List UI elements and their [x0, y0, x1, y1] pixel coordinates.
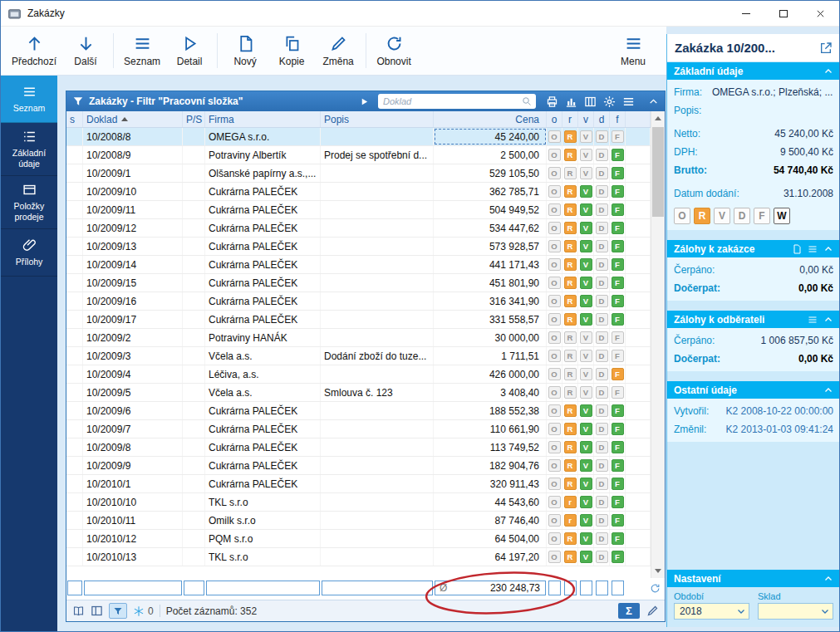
scrollbar-thumb[interactable]: [652, 127, 664, 217]
toolbar-button-novy[interactable]: Nový: [222, 29, 268, 72]
column-header-popis[interactable]: Popis: [321, 111, 434, 127]
column-header-v[interactable]: v: [578, 111, 594, 127]
table-row[interactable]: 10/2009/6Cukrárna PALEČEK188 552,38ORVDF: [66, 402, 651, 420]
column-header-filler[interactable]: [626, 111, 651, 127]
scroll-down-button[interactable]: [651, 564, 665, 578]
panel-flag-D[interactable]: D: [734, 208, 750, 224]
cell-text: Omilk s.r.o: [209, 515, 256, 527]
panel-flag-V[interactable]: V: [714, 208, 730, 224]
table-row[interactable]: 10/2008/9Potraviny AlbertíkProdej se spo…: [66, 146, 651, 164]
menu-button[interactable]: [808, 315, 818, 325]
play-icon[interactable]: [360, 97, 369, 106]
columns-button[interactable]: [584, 96, 597, 108]
collapse-button[interactable]: [823, 574, 833, 584]
field-label: Čerpáno:: [674, 335, 715, 346]
panel-flag-W[interactable]: W: [774, 208, 790, 224]
settings-field-select[interactable]: 2018: [674, 603, 749, 620]
toolbar-button-zmena[interactable]: Změna: [315, 29, 361, 72]
cell-s: [66, 238, 83, 255]
sidebar-item-seznam[interactable]: Seznam: [1, 76, 57, 123]
active-filter-button[interactable]: [109, 603, 127, 619]
table-row[interactable]: 10/2010/13TKL s.r.o64 197,20ORVDF: [66, 548, 651, 566]
table-row[interactable]: 10/2010/1Cukrárna PALEČEK320 911,43ORVDF: [66, 475, 651, 493]
table-row[interactable]: 10/2009/13Cukrárna PALEČEK573 928,57ORVD…: [66, 238, 651, 256]
panel-section-header[interactable]: Ostatní údaje: [667, 381, 840, 399]
table-row[interactable]: 10/2010/10TKL s.r.o44 543,60OrVDF: [66, 493, 651, 512]
collapse-button[interactable]: [823, 244, 833, 254]
settings-field-select[interactable]: [758, 603, 833, 620]
menu-button[interactable]: [808, 244, 818, 254]
menu-button[interactable]: Menu: [610, 29, 656, 72]
collapse-button[interactable]: [823, 66, 833, 76]
toolbar-button-predchozi[interactable]: Předchozí: [6, 29, 62, 72]
search-input[interactable]: [383, 96, 522, 106]
layout-icon[interactable]: [91, 605, 103, 617]
column-header-r[interactable]: r: [562, 111, 578, 127]
panel-section-header[interactable]: Zálohy k zakázce: [667, 240, 840, 257]
chart-button[interactable]: [565, 96, 577, 108]
panel-flag-O[interactable]: O: [674, 208, 690, 224]
cell-doklad: 10/2009/3: [83, 347, 183, 365]
column-header-f[interactable]: f: [610, 111, 626, 127]
table-row[interactable]: 10/2009/8Cukrárna PALEČEK113 749,52ORVDF: [66, 438, 651, 457]
panel-section-header[interactable]: Nastavení: [667, 570, 840, 587]
book-icon[interactable]: [72, 605, 85, 617]
table-row[interactable]: 10/2009/2Potraviny HANÁK30 000,00ORVDF: [66, 329, 651, 347]
cell-s: [66, 164, 83, 182]
table-row[interactable]: 10/2009/15Cukrárna PALEČEK451 801,90ORVD…: [66, 274, 651, 292]
panel-section-header[interactable]: Základní údaje: [667, 62, 840, 80]
close-button[interactable]: [802, 1, 839, 26]
column-header-d[interactable]: d: [594, 111, 610, 127]
panel-flag-R[interactable]: R: [694, 208, 710, 224]
table-row[interactable]: 10/2010/11Omilk s.r.o87 746,40OrVDF: [66, 512, 651, 530]
toolbar-button-kopie[interactable]: Kopie: [268, 29, 315, 72]
toolbar-button-detail[interactable]: Detail: [166, 29, 213, 72]
printer-button[interactable]: [546, 96, 558, 108]
table-row[interactable]: 10/2009/9Cukrárna PALEČEK182 904,76ORVDF: [66, 457, 651, 475]
table-row[interactable]: 10/2010/12PQM s.r.o64 504,00ORVDF: [66, 530, 651, 548]
table-row[interactable]: 10/2009/5Včela a.s.Smlouva č. 1233 408,4…: [66, 384, 651, 402]
sum-button[interactable]: Σ: [618, 603, 640, 619]
sidebar-item-polozky-prodeje[interactable]: Položky prodeje: [1, 176, 57, 229]
scroll-up-button[interactable]: [651, 111, 665, 125]
table-row[interactable]: 10/2008/8OMEGA s.r.o.45 240,00ORVDF: [66, 128, 651, 146]
panel-section-header[interactable]: Zálohy k odběrateli: [667, 311, 840, 328]
column-header-doklad[interactable]: Doklad: [83, 111, 183, 127]
panel-flag-F[interactable]: F: [754, 208, 770, 224]
toolbar-button-dalsi[interactable]: Další: [62, 29, 109, 72]
table-row[interactable]: 10/2009/4Léčiva, a.s.426 000,00ORVDF: [66, 365, 651, 384]
gear-button[interactable]: [603, 96, 616, 108]
sidebar-item-prilohy[interactable]: Přílohy: [1, 229, 57, 277]
doc-button[interactable]: [792, 244, 802, 254]
column-header-p-s[interactable]: P/S: [183, 111, 205, 127]
column-header-o[interactable]: o: [547, 111, 562, 127]
pencil-icon[interactable]: [646, 605, 659, 617]
toolbar-button-seznam[interactable]: Seznam: [118, 29, 166, 72]
table-row[interactable]: 10/2009/12Cukrárna PALEČEK534 447,62ORVD…: [66, 219, 651, 238]
collapse-button[interactable]: [823, 315, 833, 325]
table-row[interactable]: 10/2009/10Cukrárna PALEČEK362 785,71ORVD…: [66, 183, 651, 201]
cell-flag-o: O: [547, 347, 562, 365]
sidebar-item-zakladni-udaje[interactable]: Základní údaje: [1, 123, 57, 176]
aggregate-box: [580, 581, 592, 595]
external-link-icon[interactable]: [819, 42, 833, 55]
table-row[interactable]: 10/2009/1Olšanské papírny a.s.,...529 10…: [66, 164, 651, 183]
chevron-up-icon[interactable]: [648, 96, 659, 107]
vertical-scrollbar[interactable]: [651, 111, 665, 578]
table-row[interactable]: 10/2009/3Včela a.s.Dodání zboží do tuze.…: [66, 347, 651, 365]
table-row[interactable]: 10/2009/7Cukrárna PALEČEK110 661,90ORVDF: [66, 420, 651, 438]
maximize-button[interactable]: [764, 1, 802, 26]
column-header-s[interactable]: s: [66, 111, 83, 127]
table-row[interactable]: 10/2009/11Cukrárna PALEČEK504 949,52ORVD…: [66, 201, 651, 219]
table-row[interactable]: 10/2009/14Cukrárna PALEČEK441 171,43ORVD…: [66, 256, 651, 274]
menu-button[interactable]: [622, 96, 635, 108]
column-header-cena[interactable]: Cena: [434, 111, 547, 127]
minimize-button[interactable]: [727, 1, 764, 26]
refresh-small-button[interactable]: [650, 583, 661, 594]
table-row[interactable]: 10/2009/17Cukrárna PALEČEK331 558,57ORVD…: [66, 311, 651, 329]
snowflake-icon[interactable]: [133, 605, 145, 617]
table-row[interactable]: 10/2009/16Cukrárna PALEČEK316 341,90ORVD…: [66, 292, 651, 311]
toolbar-button-obnovit[interactable]: Obnovit: [371, 29, 417, 72]
column-header-firma[interactable]: Firma: [205, 111, 321, 127]
collapse-button[interactable]: [823, 385, 833, 395]
